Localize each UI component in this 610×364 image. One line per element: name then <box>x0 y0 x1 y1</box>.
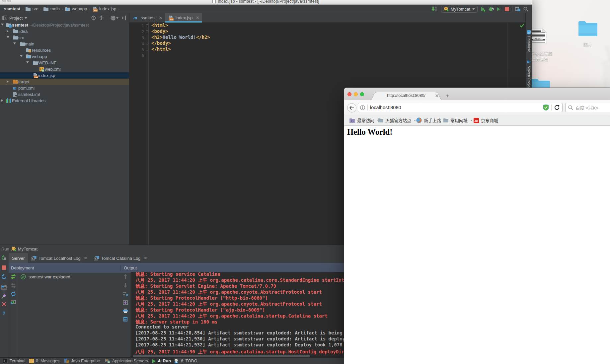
chevron-expanded-icon[interactable] <box>7 36 9 38</box>
bookmark-火狐官方站点[interactable]: 火狐官方站点 <box>378 115 416 125</box>
bookmark-常用网址[interactable]: 常用网址 <box>443 115 472 125</box>
pin-tab-icon[interactable] <box>2 294 7 299</box>
tab-close-icon[interactable]: ✕ <box>196 16 199 20</box>
breadcrumb-item-webapp[interactable]: webapp <box>65 6 87 12</box>
chevron-down-icon[interactable] <box>25 17 27 19</box>
run-with-coverage-button[interactable] <box>497 7 502 12</box>
firefox-minimize-button[interactable] <box>354 92 358 96</box>
breadcrumb-item-ssmtest[interactable]: ssmtest <box>4 6 20 11</box>
fold-marker-icon[interactable] <box>146 42 148 44</box>
firefox-close-button[interactable] <box>347 92 351 96</box>
shield-icon[interactable] <box>543 105 549 110</box>
run-configuration-select[interactable]: MyTomcat <box>441 6 478 13</box>
show-layout-icon[interactable] <box>1 285 7 290</box>
vcs-update-icon[interactable]: 011001 <box>431 6 438 12</box>
tree-item-WEB-INF[interactable]: WEB-INF <box>0 60 129 66</box>
firefox-zoom-button[interactable] <box>360 92 364 96</box>
deploy-icon[interactable] <box>11 274 16 279</box>
reload-icon[interactable] <box>554 105 560 110</box>
run-tab-Tomcat-Catalina-Log[interactable]: Tomcat Catalina Log✕ <box>91 253 151 263</box>
editor-tab-ssmtest[interactable]: mssmtest✕ <box>130 13 165 22</box>
soft-wrap-icon[interactable] <box>123 292 128 297</box>
fold-marker-icon[interactable] <box>146 48 148 50</box>
desktop-xlsx-file-icon[interactable]: XLSX <box>530 29 547 44</box>
tab-close-icon[interactable]: ✕ <box>84 256 87 260</box>
tool-button-maven-projects[interactable]: m Maven Projects <box>526 59 532 92</box>
tree-item-resources[interactable]: resources <box>0 47 129 53</box>
bookmark-京东商城[interactable]: JD京东商城 <box>474 115 498 125</box>
up-stacktrace-icon[interactable] <box>123 274 127 279</box>
run-tab-Tomcat-Localhost-Log[interactable]: Tomcat Localhost Log✕ <box>28 253 91 263</box>
project-panel-title[interactable]: Project <box>9 16 23 21</box>
url-text[interactable]: localhost:8080 <box>370 105 401 110</box>
open-in-browser-icon[interactable] <box>11 300 16 305</box>
status-item-Java-Enterprise[interactable]: Java Enterprise <box>64 358 100 364</box>
editor-tab-index.jsp[interactable]: JSPindex.jsp✕ <box>165 13 202 22</box>
chevron-collapsed-icon[interactable] <box>7 30 9 33</box>
status-item-Application-Servers[interactable]: Application Servers <box>105 358 148 364</box>
collapse-all-icon[interactable] <box>99 16 104 20</box>
console-horizontal-scrollbar[interactable] <box>133 355 310 357</box>
status-item-Terminal[interactable]: Terminal <box>3 358 25 364</box>
status-item-TODO[interactable]: 6: TODO <box>174 358 197 364</box>
fold-marker-icon[interactable] <box>146 24 148 27</box>
tree-item-ssmtest.iml[interactable]: ssmtest.iml <box>0 91 129 98</box>
rerun-server-icon[interactable] <box>1 255 7 260</box>
tree-item-target[interactable]: target <box>0 79 129 85</box>
tool-windows-icon[interactable] <box>515 7 520 11</box>
breadcrumb-item-src[interactable]: src <box>26 6 38 12</box>
fold-marker-icon[interactable] <box>146 30 148 33</box>
breadcrumb-item-index.jsp[interactable]: JSPindex.jsp <box>92 6 116 12</box>
tool-button-database[interactable]: Database <box>526 30 532 52</box>
tree-item-ssmtest[interactable]: ssmtest ~/Desktop/Project/java/ssmtest <box>0 22 129 28</box>
tree-item-main[interactable]: main <box>0 41 129 47</box>
undeploy-icon[interactable] <box>11 283 16 288</box>
tree-item-ExternalLibraries[interactable]: External Libraries <box>0 98 129 104</box>
help-icon[interactable]: ? <box>2 310 5 316</box>
status-item-Run[interactable]: 4: Run <box>149 358 174 364</box>
back-button[interactable] <box>347 103 356 112</box>
tree-item-src[interactable]: src <box>0 35 129 41</box>
run-tab-Server[interactable]: Server <box>9 253 28 263</box>
bookmark-最常访问[interactable]: 最常访问 <box>349 115 379 125</box>
tree-item-web.xml[interactable]: web.xml <box>0 66 129 72</box>
inspections-ok-icon[interactable] <box>520 24 524 28</box>
firefox-active-tab[interactable]: http://localhost:8080/ ✕ <box>370 92 443 100</box>
tab-close-icon[interactable]: ✕ <box>144 256 147 260</box>
tab-close-icon[interactable]: ✕ <box>159 16 162 20</box>
restart-server-icon[interactable] <box>1 274 7 279</box>
tree-item-.idea[interactable]: .idea <box>0 28 129 35</box>
status-item-Messages[interactable]: 0: Messages <box>29 358 59 364</box>
scroll-to-end-icon[interactable] <box>123 300 128 305</box>
tab-close-icon[interactable]: ✕ <box>435 93 439 98</box>
redeploy-icon[interactable] <box>11 291 16 297</box>
chevron-expanded-icon[interactable] <box>1 24 4 26</box>
close-panel-icon[interactable] <box>2 302 6 306</box>
desktop-photos-folder-icon[interactable] <box>578 20 598 37</box>
breadcrumb-item-main[interactable]: main <box>43 6 60 12</box>
url-bar[interactable]: localhost:8080 <box>358 103 563 112</box>
chevron-expanded-icon[interactable] <box>26 61 29 63</box>
chevron-collapsed-icon[interactable] <box>7 80 9 83</box>
run-button[interactable] <box>481 7 486 12</box>
down-stacktrace-icon[interactable] <box>123 283 127 288</box>
clear-console-icon[interactable] <box>123 317 127 322</box>
tree-item-pom.xml[interactable]: mpom.xml <box>0 85 129 91</box>
new-tab-button[interactable]: + <box>446 93 449 99</box>
chevron-collapsed-icon[interactable] <box>1 99 3 102</box>
chevron-expanded-icon[interactable] <box>13 42 16 44</box>
stop-server-icon[interactable] <box>2 265 6 270</box>
stop-button[interactable] <box>505 7 509 11</box>
tree-item-webapp[interactable]: webapp <box>0 53 129 60</box>
print-icon[interactable] <box>123 309 128 313</box>
search-bar[interactable]: 百度 <⌘K> <box>565 103 610 112</box>
info-icon[interactable] <box>360 105 365 110</box>
search-everywhere-icon[interactable] <box>523 7 528 12</box>
bookmark-新手上路[interactable]: 新手上路 <box>416 115 441 125</box>
tree-item-index.jsp[interactable]: JSPindex.jsp <box>0 72 129 79</box>
debug-button[interactable] <box>489 7 494 12</box>
deployment-item[interactable]: ssmtest:war exploded <box>19 273 120 280</box>
hide-panel-icon[interactable] <box>122 16 126 20</box>
chevron-expanded-icon[interactable] <box>20 55 23 57</box>
settings-gear-icon[interactable] <box>111 16 118 21</box>
